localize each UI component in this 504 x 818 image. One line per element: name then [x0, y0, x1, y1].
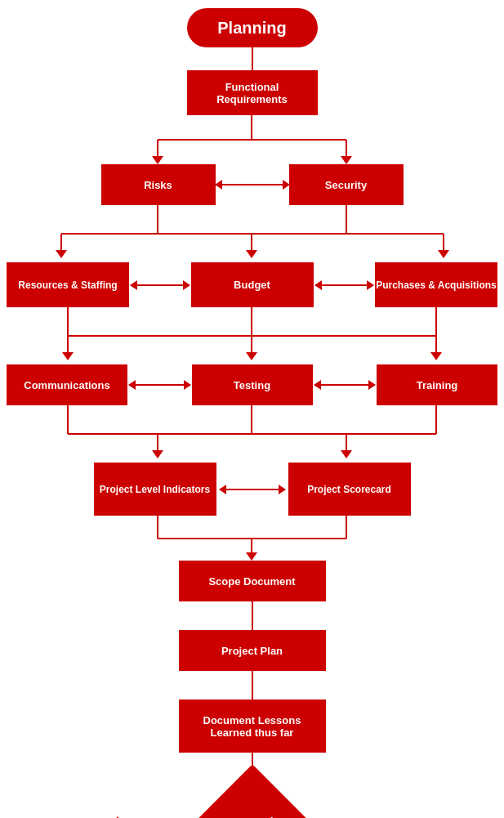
svg-marker-3: [152, 156, 163, 164]
svg-marker-37: [246, 552, 257, 561]
project-plan-label: Project Plan: [221, 645, 283, 657]
risks-security-row: Risks Security: [0, 164, 504, 205]
planning-node: Planning: [187, 8, 318, 47]
branch-to-row3: [0, 205, 504, 262]
scope-svg: [0, 516, 504, 561]
scope-label: Scope Document: [208, 575, 295, 588]
project-scorecard-node: Project Scorecard: [288, 463, 411, 516]
resources-budget-purchases-row: Resources & Staffing Budget Purchases & …: [0, 262, 504, 307]
testing-node: Testing: [192, 364, 313, 405]
approval-diamond: [194, 764, 310, 818]
arrow-scope-to-plan: [252, 601, 253, 630]
pli-ps-line: [220, 489, 285, 490]
svg-marker-12: [246, 250, 257, 258]
budget-label: Budget: [234, 279, 270, 291]
project-plan-node: Project Plan: [179, 630, 326, 671]
purchases-acquisitions-node: Purchases & Acquisitions: [375, 262, 497, 307]
security-label: Security: [325, 179, 367, 191]
comm-testing-training-row: Communications Testing Training: [0, 364, 504, 405]
approval-row: Approval? No Yes: [0, 781, 504, 818]
branch-svg: [0, 115, 504, 164]
branch-to-row4: [0, 307, 504, 364]
pli-ps-row: Project Level Indicators Project Scoreca…: [0, 463, 504, 516]
flowchart: Planning Functional Requirements Risks: [0, 0, 504, 818]
pli-label: Project Level Indicators: [100, 484, 210, 495]
lessons-label: Document Lessons Learned thus far: [184, 714, 321, 739]
training-node: Training: [377, 364, 497, 405]
functional-requirements-node: Functional Requirements: [187, 70, 318, 115]
branch-row5-svg: [0, 405, 504, 463]
res-budget-line: [131, 284, 190, 286]
communications-node: Communications: [7, 364, 127, 405]
branch-to-scope: [0, 516, 504, 561]
branch-to-row5: [0, 405, 504, 463]
training-label: Training: [417, 379, 458, 391]
svg-marker-10: [56, 250, 67, 258]
arrow-planning-to-func: [252, 47, 253, 70]
testing-training-line: [314, 384, 376, 386]
svg-marker-30: [152, 450, 163, 458]
risks-node: Risks: [101, 164, 216, 205]
resources-staffing-node: Resources & Staffing: [7, 262, 129, 307]
func-req-label: Functional Requirements: [192, 81, 313, 105]
resources-label: Resources & Staffing: [18, 279, 117, 291]
budget-node: Budget: [191, 262, 314, 307]
svg-marker-14: [438, 250, 449, 258]
approval-diamond-wrap: Approval?: [199, 789, 306, 818]
risks-label: Risks: [144, 179, 172, 191]
ps-label: Project Scorecard: [307, 484, 391, 495]
security-node: Security: [289, 164, 404, 205]
purchases-label: Purchases & Acquisitions: [376, 279, 497, 291]
comm-label: Communications: [24, 379, 109, 391]
scope-document-node: Scope Document: [179, 561, 326, 601]
svg-marker-22: [246, 352, 257, 360]
document-lessons-node: Document Lessons Learned thus far: [179, 700, 326, 753]
svg-marker-24: [430, 352, 442, 360]
branch-row3-svg: [0, 205, 504, 262]
project-level-indicators-node: Project Level Indicators: [94, 463, 216, 516]
risks-security-arrow: [216, 184, 289, 186]
branch-func-to-risks-security: [0, 115, 504, 164]
planning-label: Planning: [217, 19, 286, 38]
arrow-plan-to-lessons: [252, 671, 253, 700]
comm-testing-line: [129, 384, 190, 386]
testing-label: Testing: [234, 379, 270, 391]
branch-row4-svg: [0, 307, 504, 364]
svg-marker-5: [341, 156, 352, 164]
svg-marker-20: [62, 352, 74, 360]
svg-marker-32: [341, 450, 352, 458]
budget-purchases-line: [315, 284, 374, 286]
